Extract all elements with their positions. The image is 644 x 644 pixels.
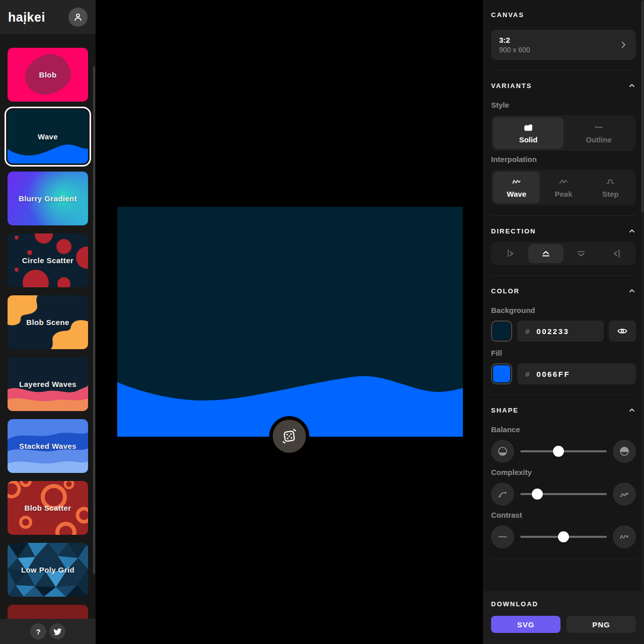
wave-interpolation-icon: [511, 176, 523, 187]
twitter-icon: [53, 627, 62, 636]
style-option-label: Solid: [519, 135, 538, 144]
color-collapse-button[interactable]: [628, 287, 636, 295]
style-option-label: Outline: [586, 135, 612, 144]
generator-list: Blob Wave Blurry Gradient Circle Scatter: [0, 34, 96, 619]
generator-stacked-waves[interactable]: Stacked Waves: [8, 419, 88, 473]
generator-partial[interactable]: [8, 605, 88, 619]
style-option-solid[interactable]: Solid: [493, 117, 564, 149]
background-color-label: Background: [491, 306, 636, 314]
user-avatar-button[interactable]: [68, 8, 88, 27]
style-label: Style: [491, 101, 636, 109]
artwork-preview: [117, 207, 463, 437]
twitter-button[interactable]: [49, 623, 65, 639]
generator-blob-scatter[interactable]: Blob Scatter: [8, 481, 88, 535]
download-section-title: DOWNLOAD: [491, 600, 636, 608]
generator-blob[interactable]: Blob: [8, 48, 88, 102]
shape-section-title: SHAPE: [491, 407, 519, 414]
generator-wave[interactable]: Wave: [8, 110, 88, 164]
balance-label: Balance: [491, 425, 636, 434]
contrast-low-icon[interactable]: [491, 525, 514, 548]
generator-label: Stacked Waves: [8, 419, 88, 473]
outline-wave-icon: [593, 122, 605, 133]
panel-scroll: CANVAS 3:2 900 x 600 VARIANTS: [483, 0, 644, 591]
balance-slider-row: [491, 440, 636, 463]
arrow-left-to-line-icon: [610, 248, 622, 260]
direction-down-button[interactable]: [564, 244, 599, 263]
peak-interpolation-icon: [557, 176, 570, 187]
variants-collapse-button[interactable]: [628, 82, 636, 90]
background-visibility-button[interactable]: [609, 320, 636, 342]
shape-section: SHAPE Balance Complexity: [483, 395, 644, 559]
balance-high-icon[interactable]: [613, 440, 636, 463]
aspect-ratio-value: 3:2: [499, 36, 530, 44]
chevron-up-icon: [628, 406, 636, 414]
complexity-low-icon[interactable]: [491, 482, 514, 506]
contrast-high-icon[interactable]: [613, 525, 636, 548]
direction-collapse-button[interactable]: [628, 227, 636, 235]
variants-section: VARIANTS Style Solid Outline: [483, 70, 644, 216]
interpolation-option-label: Wave: [507, 190, 526, 198]
balance-slider[interactable]: [520, 445, 607, 457]
generator-layered-waves[interactable]: Layered Waves: [8, 357, 88, 411]
interpolation-option-peak[interactable]: Peak: [540, 172, 587, 203]
direction-section-title: DIRECTION: [491, 227, 536, 235]
background-color-swatch[interactable]: [491, 320, 512, 342]
balance-slider-thumb[interactable]: [553, 446, 564, 457]
generator-low-poly-grid[interactable]: Low Poly Grid: [8, 543, 88, 597]
eye-icon: [617, 326, 628, 337]
generator-label: Blob Scatter: [8, 481, 88, 535]
direction-up-button[interactable]: [528, 244, 564, 263]
color-section: COLOR Background # 002233 Fill: [483, 276, 644, 395]
chevron-up-icon: [628, 227, 636, 235]
interpolation-option-step[interactable]: Step: [587, 172, 634, 203]
direction-right-button[interactable]: [493, 244, 528, 263]
background-color-row: # 002233: [491, 320, 636, 342]
background-hex-input[interactable]: # 002233: [517, 320, 604, 342]
complexity-slider-row: [491, 482, 636, 506]
generator-label: Blob: [8, 48, 88, 102]
download-png-button[interactable]: PNG: [567, 616, 636, 633]
canvas-size-card[interactable]: 3:2 900 x 600: [491, 30, 636, 60]
randomize-button[interactable]: [273, 420, 306, 453]
direction-segmented-control: [491, 242, 636, 265]
help-button[interactable]: ?: [30, 623, 46, 639]
shape-collapse-button[interactable]: [628, 406, 636, 414]
hash-prefix: #: [525, 327, 529, 336]
contrast-slider[interactable]: [520, 531, 607, 543]
interpolation-option-wave[interactable]: Wave: [493, 172, 540, 203]
background-hex-value: 002233: [536, 327, 569, 336]
sidebar-scrollbar[interactable]: [93, 66, 95, 574]
balance-low-icon[interactable]: [491, 440, 514, 463]
haikei-app: haikei Blob Wave Blurry Gradient: [0, 0, 644, 644]
generator-label: Low Poly Grid: [8, 543, 88, 597]
contrast-slider-thumb[interactable]: [558, 531, 569, 542]
complexity-slider[interactable]: [520, 488, 607, 500]
generator-blob-scene[interactable]: Blob Scene: [8, 295, 88, 349]
settings-panel: CANVAS 3:2 900 x 600 VARIANTS: [483, 0, 644, 644]
interpolation-option-label: Step: [602, 190, 619, 198]
haikei-logo: haikei: [8, 10, 45, 25]
panel-scrollbar[interactable]: [641, 0, 644, 644]
complexity-label: Complexity: [491, 468, 636, 476]
hash-prefix: #: [525, 370, 529, 378]
fill-color-label: Fill: [491, 349, 636, 357]
fill-hex-value: 0066FF: [536, 370, 570, 378]
generator-circle-scatter[interactable]: Circle Scatter: [8, 233, 88, 287]
generator-blurry-gradient[interactable]: Blurry Gradient: [8, 172, 88, 225]
contrast-label: Contrast: [491, 511, 636, 519]
fill-hex-input[interactable]: # 0066FF: [517, 363, 636, 384]
generator-label: Blurry Gradient: [8, 172, 88, 225]
style-option-outline[interactable]: Outline: [564, 117, 634, 149]
sidebar-header: haikei: [0, 0, 96, 34]
sidebar-footer: ?: [0, 619, 96, 644]
generator-label: Layered Waves: [8, 357, 88, 411]
complexity-high-icon[interactable]: [613, 482, 636, 506]
interpolation-option-label: Peak: [554, 190, 572, 198]
direction-left-button[interactable]: [599, 244, 634, 263]
chevron-up-icon: [628, 82, 636, 90]
fill-color-swatch[interactable]: [491, 363, 512, 384]
complexity-slider-thumb[interactable]: [532, 489, 543, 500]
download-svg-button[interactable]: SVG: [491, 616, 560, 633]
variants-section-title: VARIANTS: [491, 82, 532, 90]
background-swatch-fill: [493, 323, 510, 340]
